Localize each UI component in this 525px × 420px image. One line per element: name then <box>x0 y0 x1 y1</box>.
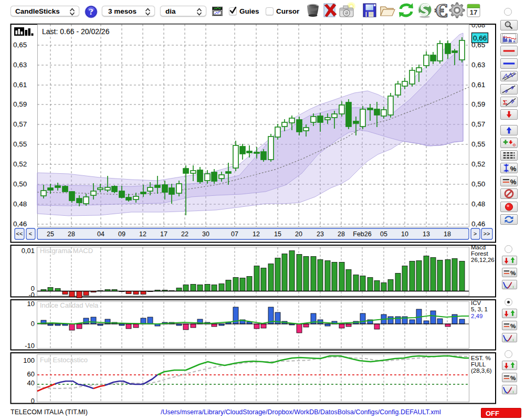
svg-text:18: 18 <box>444 230 451 238</box>
svg-text:0,66: 0,66 <box>473 34 487 42</box>
svg-text:0,59: 0,59 <box>13 100 27 108</box>
svg-text:15: 15 <box>274 230 281 238</box>
svg-text:>: > <box>474 230 477 237</box>
svg-text:0,55: 0,55 <box>471 140 485 148</box>
svg-text:30: 30 <box>202 230 209 238</box>
svg-text:0,55: 0,55 <box>13 140 27 148</box>
svg-text:-0: -0 <box>28 291 35 299</box>
svg-text:2,49: 2,49 <box>471 313 482 319</box>
svg-text:0,50: 0,50 <box>13 180 27 188</box>
svg-text:Macd: Macd <box>471 244 486 250</box>
svg-text:%: % <box>510 269 516 276</box>
svg-text:0,52: 0,52 <box>471 160 485 168</box>
svg-text:25: 25 <box>47 230 54 238</box>
svg-text:0,01: 0,01 <box>22 247 35 255</box>
svg-text:0,57: 0,57 <box>13 120 27 128</box>
svg-text:%: % <box>510 165 517 173</box>
svg-text:%: % <box>510 374 516 381</box>
svg-text:0,46: 0,46 <box>13 220 27 228</box>
svg-text:05: 05 <box>380 230 387 238</box>
svg-text:17: 17 <box>160 230 167 238</box>
svg-text:07: 07 <box>231 230 238 238</box>
svg-text:%: % <box>510 178 517 186</box>
svg-text:5, 3, 1: 5, 3, 1 <box>471 306 488 312</box>
svg-text:0,46: 0,46 <box>471 220 485 228</box>
svg-text:22: 22 <box>181 230 188 238</box>
svg-text:0,59: 0,59 <box>471 100 485 108</box>
svg-text:0,68: 0,68 <box>471 21 485 29</box>
svg-text:0,61: 0,61 <box>471 81 485 89</box>
svg-text:40: 40 <box>27 379 35 387</box>
svg-text:Full Estocástico: Full Estocástico <box>40 356 88 364</box>
svg-text:0,52: 0,52 <box>13 160 27 168</box>
svg-text:10: 10 <box>401 230 408 238</box>
svg-text:23: 23 <box>317 230 324 238</box>
svg-text:0,48: 0,48 <box>471 200 485 208</box>
svg-text:0,50: 0,50 <box>471 180 485 188</box>
svg-text:26,12,26: 26,12,26 <box>471 257 495 263</box>
svg-text:28: 28 <box>68 230 75 238</box>
svg-text:12: 12 <box>139 230 146 238</box>
svg-text:12: 12 <box>253 230 260 238</box>
svg-text:13: 13 <box>423 230 430 238</box>
svg-text:<: < <box>29 230 32 237</box>
svg-text:FULL: FULL <box>471 361 486 368</box>
svg-text:(28,3,6): (28,3,6) <box>471 368 492 374</box>
svg-text:10: 10 <box>27 300 35 308</box>
svg-text:0,61: 0,61 <box>13 81 27 89</box>
svg-text:09: 09 <box>118 230 125 238</box>
svg-text:20: 20 <box>295 230 302 238</box>
svg-text:Last: 0.66 - 20/02/26: Last: 0.66 - 20/02/26 <box>42 27 110 36</box>
svg-text:Feb26: Feb26 <box>353 230 371 238</box>
svg-text:0,48: 0,48 <box>13 200 27 208</box>
svg-text:%: % <box>510 322 516 329</box>
svg-text:Forest: Forest <box>471 250 488 257</box>
svg-text:-10: -10 <box>25 342 35 350</box>
svg-text:100: 100 <box>23 356 35 364</box>
svg-text:EST. %: EST. % <box>471 355 491 361</box>
svg-text:60: 60 <box>27 370 35 378</box>
svg-text:0,63: 0,63 <box>471 61 485 69</box>
svg-text:>>: >> <box>484 230 490 237</box>
svg-text:0: 0 <box>31 397 35 405</box>
svg-text:0: 0 <box>31 320 35 328</box>
svg-text:0,65: 0,65 <box>13 41 27 49</box>
svg-text:0,63: 0,63 <box>13 61 27 69</box>
svg-text:28: 28 <box>338 230 345 238</box>
svg-text:04: 04 <box>97 230 104 238</box>
svg-text:Histgrama MACD: Histgrama MACD <box>40 247 93 255</box>
svg-text:ICV: ICV <box>471 300 481 306</box>
svg-text:0,57: 0,57 <box>471 120 485 128</box>
svg-text:<<: << <box>16 230 23 237</box>
svg-text:Indice Calidad Vela: Indice Calidad Vela <box>40 301 99 309</box>
